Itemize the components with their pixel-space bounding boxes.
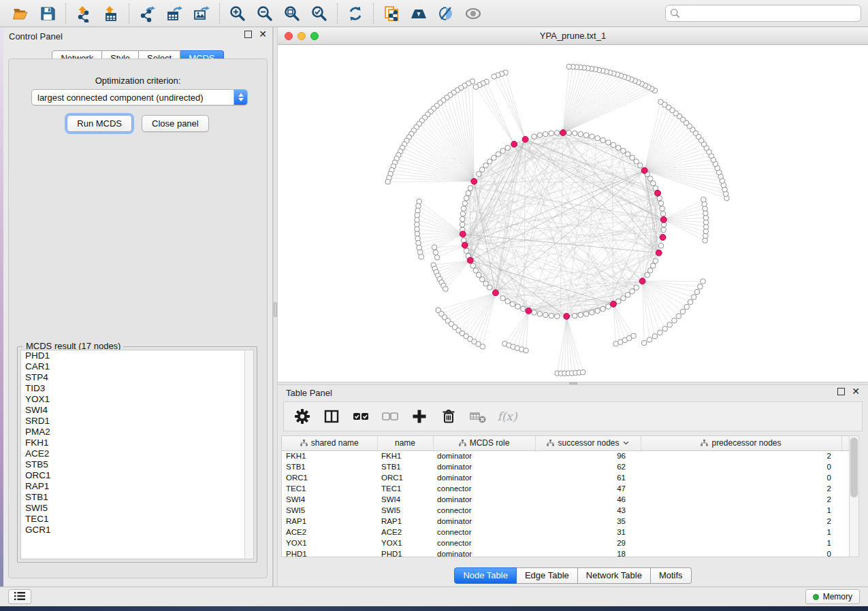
table-cell: 96 <box>535 450 641 461</box>
table-panel-titlebar: Table Panel ✕ <box>278 385 868 400</box>
split-columns-icon[interactable] <box>323 408 340 425</box>
float-table-panel-icon[interactable] <box>837 388 845 395</box>
node-table: shared namenameMCDS rolesuccessor nodesp… <box>281 435 853 557</box>
float-panel-icon[interactable] <box>244 31 252 38</box>
tab-node-table[interactable]: Node Table <box>454 567 517 584</box>
desktop-wallpaper-bottom <box>0 606 868 611</box>
show-graphics-details-icon[interactable] <box>460 2 487 25</box>
import-network-icon[interactable] <box>70 2 97 25</box>
table-row[interactable]: YOX1YOX1connector291 <box>282 538 853 548</box>
table-row[interactable]: PHD1PHD1dominator180 <box>282 548 853 557</box>
close-panel-icon[interactable]: ✕ <box>259 31 267 38</box>
gear-icon[interactable] <box>293 408 311 425</box>
mcds-result-item[interactable]: FKH1 <box>21 437 253 448</box>
mcds-result-item[interactable]: GCR1 <box>21 525 253 535</box>
column-header-shared-name[interactable]: shared name <box>282 436 377 450</box>
mcds-result-item[interactable]: TID3 <box>21 383 253 394</box>
table-cell: YOX1 <box>377 538 433 548</box>
new-network-from-selection-icon[interactable] <box>378 2 405 25</box>
mcds-result-item[interactable]: YOX1 <box>21 394 253 405</box>
table-cell: 1 <box>641 505 841 516</box>
export-network-icon[interactable] <box>133 2 161 25</box>
column-header-MCDS-role[interactable]: MCDS role <box>433 436 535 450</box>
column-header-predecessor-nodes[interactable]: predecessor nodes <box>641 436 841 450</box>
column-header-name[interactable]: name <box>377 436 433 450</box>
import-table-icon[interactable] <box>97 2 125 25</box>
mcds-result-item[interactable]: ORC1 <box>21 470 253 481</box>
vertical-splitter-handle[interactable] <box>274 302 277 317</box>
add-column-icon[interactable] <box>411 408 428 425</box>
table-row[interactable]: ORC1ORC1dominator610 <box>282 472 853 483</box>
run-mcds-button[interactable]: Run MCDS <box>67 115 132 132</box>
mcds-result-item[interactable]: SRD1 <box>21 416 253 427</box>
zoom-in-icon[interactable] <box>224 2 251 25</box>
table-cell: 1 <box>641 527 841 538</box>
zoom-fit-icon[interactable] <box>278 2 306 25</box>
mcds-result-item[interactable]: SWI4 <box>21 405 253 416</box>
delete-column-icon[interactable] <box>440 408 457 425</box>
control-panel-title: Control Panel <box>9 31 63 42</box>
show-panels-button[interactable] <box>8 589 31 604</box>
table-row[interactable]: SWI5SWI5connector431 <box>282 505 853 516</box>
table-cell: dominator <box>433 516 535 527</box>
mcds-result-item[interactable]: PHD1 <box>21 350 253 361</box>
export-table-icon[interactable] <box>161 2 188 25</box>
column-header-successor-nodes[interactable]: successor nodes <box>535 436 641 450</box>
table-row[interactable]: STB1STB1dominator620 <box>282 461 853 472</box>
network-leaf-nodes[interactable] <box>385 64 729 376</box>
search-input[interactable] <box>665 5 861 22</box>
mcds-result-item[interactable]: STP4 <box>21 372 253 383</box>
memory-button[interactable]: Memory <box>805 589 860 604</box>
network-canvas[interactable] <box>278 45 868 382</box>
table-cell: PHD1 <box>282 548 377 557</box>
table-cell: YOX1 <box>282 538 377 548</box>
mcds-result-item[interactable]: SWI5 <box>21 503 253 514</box>
toggle-graphics-details-icon[interactable] <box>432 2 460 25</box>
mcds-result-item[interactable]: CAR1 <box>21 361 253 372</box>
mcds-result-item[interactable]: RAP1 <box>21 481 253 492</box>
close-panel-button[interactable]: Close panel <box>142 115 209 132</box>
optimization-criterion-select[interactable]: largest connected component (undirected) <box>31 89 248 105</box>
tab-motifs[interactable]: Motifs <box>651 567 692 584</box>
table-row[interactable]: TEC1TEC1connector472 <box>282 483 853 494</box>
network-window-title: YPA_prune.txt_1 <box>540 31 606 41</box>
table-row[interactable]: SWI4SWI4dominator462 <box>282 494 853 505</box>
unselect-all-columns-icon[interactable] <box>381 408 399 425</box>
optimization-criterion-value: largest connected component (undirected) <box>32 93 234 103</box>
table-cell: 0 <box>641 548 841 557</box>
mcds-result-item[interactable]: STB5 <box>21 459 253 470</box>
table-scrollbar[interactable] <box>849 435 859 557</box>
table-panel: Table Panel ✕ f(x) shared namenameMCDS r… <box>278 385 868 587</box>
export-image-icon[interactable] <box>188 2 215 25</box>
horizontal-splitter-handle[interactable] <box>569 382 577 384</box>
mcds-result-item[interactable]: ACE2 <box>21 448 253 459</box>
table-cell: 35 <box>535 516 641 527</box>
table-scrollbar-thumb[interactable] <box>850 437 858 497</box>
apply-layout-icon[interactable] <box>342 2 369 25</box>
mcds-tab-content: Optimization criterion: largest connecte… <box>8 59 268 578</box>
mcds-result-scrollbar[interactable] <box>244 350 253 559</box>
table-row[interactable]: ACE2ACE2connector311 <box>282 527 853 538</box>
mcds-result-item[interactable]: TEC1 <box>21 514 253 525</box>
window-close-icon[interactable] <box>285 32 293 40</box>
vertical-splitter[interactable] <box>273 27 278 587</box>
tab-network-table[interactable]: Network Table <box>578 567 651 584</box>
table-toolbar: f(x) <box>283 401 863 431</box>
zoom-out-icon[interactable] <box>251 2 278 25</box>
table-row[interactable]: RAP1RAP1dominator352 <box>282 516 853 527</box>
toolbar-separator <box>219 3 220 24</box>
table-row[interactable]: FKH1FKH1dominator962 <box>282 450 853 461</box>
open-file-icon[interactable] <box>7 2 34 25</box>
tab-edge-table[interactable]: Edge Table <box>517 567 578 584</box>
mcds-result-item[interactable]: STB1 <box>21 492 253 503</box>
find-icon[interactable] <box>405 2 432 25</box>
zoom-selected-icon[interactable] <box>306 2 333 25</box>
window-zoom-icon[interactable] <box>310 32 319 40</box>
select-all-columns-icon[interactable] <box>352 408 370 425</box>
mcds-result-item[interactable]: PMA2 <box>21 427 253 437</box>
table-cell: SWI5 <box>282 505 377 516</box>
save-icon[interactable] <box>34 2 61 25</box>
window-minimize-icon[interactable] <box>298 32 306 40</box>
main-toolbar <box>0 0 868 27</box>
close-table-panel-icon[interactable]: ✕ <box>852 388 860 395</box>
